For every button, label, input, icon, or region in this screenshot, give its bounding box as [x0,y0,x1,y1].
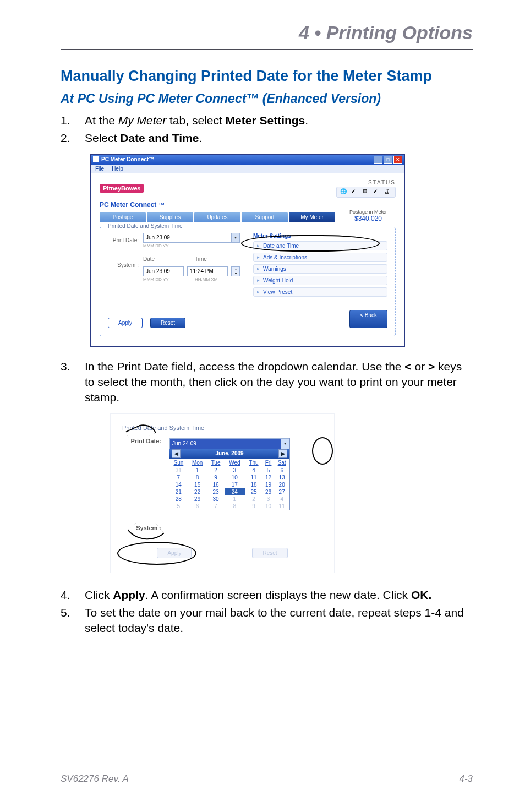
dow: Fri [262,459,274,467]
cal-day[interactable]: 10 [225,474,245,481]
cal-day[interactable]: 18 [245,481,262,488]
cal-day[interactable]: 15 [188,481,207,488]
calendar-month: June, 2009 [215,450,243,456]
close-button[interactable]: ✕ [393,156,402,164]
print-date-label: Print Date: [121,438,161,444]
arrow-icon: ▸ [257,254,260,260]
cal-day[interactable]: 17 [225,481,245,488]
check-icon: ✔ [351,188,359,196]
heading-2: At PC Using PC Meter Connect™ (Enhanced … [61,91,473,106]
tab-supplies[interactable]: Supplies [147,212,193,222]
print-date-dropdown[interactable]: Jun 23 09 ▾ [143,233,240,243]
tab-postage[interactable]: Postage [100,212,146,222]
app-name: PC Meter Connect ™ [100,201,335,209]
t: At the [85,114,118,127]
cal-day[interactable]: 7 [169,474,188,481]
step-num: 3. [61,359,85,406]
next-month-button[interactable]: ▶ [278,449,287,458]
t: < [404,360,411,373]
cal-day[interactable]: 8 [188,474,207,481]
setting-ads[interactable]: ▸Ads & Inscriptions [253,253,387,262]
cal-day[interactable]: 6 [274,467,289,474]
print-date-label: Print Date: [108,237,139,243]
cal-day[interactable]: 8 [225,503,245,510]
print-date-field[interactable]: Jun 24 09 ▾ [169,438,289,449]
cal-day[interactable]: 26 [262,488,274,495]
t: or [414,360,428,373]
cal-day[interactable]: 4 [245,467,262,474]
cal-day[interactable]: 7 [207,503,225,510]
step-num: 2. [61,130,85,146]
menubar: File Help [91,165,404,173]
cal-day[interactable]: 1 [225,495,245,503]
sys-time-field[interactable]: 11:24 PM [187,266,228,276]
prev-month-button[interactable]: ◀ [172,449,181,458]
setting-view-preset[interactable]: ▸View Preset [253,287,387,297]
cal-day[interactable]: 25 [245,488,262,495]
tab-support[interactable]: Support [242,212,288,222]
cal-day[interactable]: 27 [274,488,289,495]
step-num: 1. [61,113,85,128]
cal-day[interactable]: 4 [274,495,289,503]
cal-day[interactable]: 3 [262,495,274,503]
cal-day[interactable]: 10 [262,503,274,510]
back-button[interactable]: < Back [349,310,387,328]
setting-warnings[interactable]: ▸Warnings [253,264,387,274]
cal-day[interactable]: 12 [262,474,274,481]
cal-day[interactable]: 31 [169,467,188,474]
reset-button[interactable]: Reset [150,318,185,328]
cal-day[interactable]: 19 [262,481,274,488]
t: . A confirmation screen displays the new… [145,588,411,601]
cal-day[interactable]: 11 [245,474,262,481]
reset-button[interactable]: Reset [252,548,287,558]
cal-day[interactable]: 14 [169,481,188,488]
cal-day[interactable]: 28 [169,495,188,503]
chevron-down-icon[interactable]: ▾ [281,439,289,449]
step-num: 4. [61,587,85,603]
minimize-button[interactable]: _ [374,156,382,164]
cal-day[interactable]: 9 [207,474,225,481]
cal-day[interactable]: 13 [274,474,289,481]
cal-day[interactable]: 21 [169,488,188,495]
cal-day[interactable]: 11 [274,503,289,510]
cal-day[interactable]: 6 [188,503,207,510]
t: . [199,132,202,144]
apply-button[interactable]: Apply [108,318,143,328]
cal-day[interactable]: 9 [245,503,262,510]
sys-time-fmt: HH:MM XM [195,277,240,282]
apply-button[interactable]: Apply [157,548,192,558]
time-spinner[interactable]: ▴▾ [231,266,240,276]
t: Meter Settings [226,114,305,127]
sys-date-fmt: MMM DD YY [143,277,188,282]
setting-weight-hold[interactable]: ▸Weight Hold [253,276,387,285]
cal-day-selected[interactable]: 24 [225,488,245,495]
sys-time-value: 11:24 PM [190,268,214,274]
panel-legend: Printed Date and System Time [121,424,206,431]
system-label: System : [121,525,161,531]
cal-day[interactable]: 23 [207,488,225,495]
tab-my-meter[interactable]: My Meter [289,212,335,222]
setting-label: Date and Time [263,243,299,249]
cal-day[interactable]: 30 [207,495,225,503]
chevron-down-icon[interactable]: ▾ [231,233,239,242]
cal-day[interactable]: 5 [262,467,274,474]
sys-date-value: Jun 23 09 [146,268,170,274]
cal-day[interactable]: 1 [188,467,207,474]
brand-logo: PitneyBowes [100,184,144,193]
tab-updates[interactable]: Updates [194,212,240,222]
cal-day[interactable]: 16 [207,481,225,488]
cal-day[interactable]: 29 [188,495,207,503]
cal-day[interactable]: 3 [225,467,245,474]
cal-day[interactable]: 20 [274,481,289,488]
cal-day[interactable]: 2 [207,467,225,474]
menu-help[interactable]: Help [112,166,123,172]
menu-file[interactable]: File [95,166,104,172]
t: My Meter [118,114,167,127]
cal-day[interactable]: 5 [169,503,188,510]
sys-time-hdr: Time [195,256,240,262]
sys-date-field[interactable]: Jun 23 09 [143,266,184,276]
cal-day[interactable]: 2 [245,495,262,503]
setting-date-time[interactable]: ▸Date and Time [253,241,387,250]
cal-day[interactable]: 22 [188,488,207,495]
maximize-button[interactable]: □ [384,156,392,164]
